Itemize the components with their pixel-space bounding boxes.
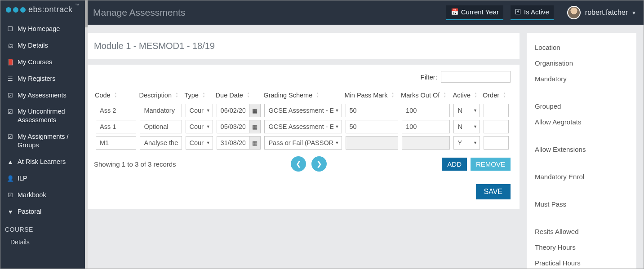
right-panel-item[interactable]: Practical Hours bbox=[535, 256, 628, 269]
sidebar-item-9[interactable]: ☑Markbook bbox=[0, 187, 85, 203]
cell-select[interactable] bbox=[264, 136, 342, 150]
sidebar-item-8[interactable]: 👤ILP bbox=[0, 170, 85, 187]
calendar-icon[interactable]: ▦ bbox=[249, 104, 261, 117]
avatar bbox=[567, 6, 581, 19]
right-panel-item[interactable]: Location bbox=[535, 41, 628, 54]
right-panel-item[interactable]: Must Pass bbox=[535, 198, 628, 211]
brand-name: ebs:ontrack™ bbox=[28, 5, 73, 14]
column-header[interactable]: Code bbox=[94, 89, 138, 102]
sidebar-item-label: Markbook bbox=[18, 191, 46, 199]
key-icon: ⚿ bbox=[515, 8, 521, 15]
nav-icon: ♥ bbox=[7, 208, 14, 216]
calendar-icon: 📅 bbox=[451, 8, 458, 15]
add-button[interactable]: ADD bbox=[442, 158, 467, 171]
save-button[interactable]: SAVE bbox=[476, 184, 511, 199]
cell-input[interactable] bbox=[402, 104, 450, 117]
sidebar-item-label: My Courses bbox=[18, 58, 52, 66]
cell-select[interactable] bbox=[453, 120, 480, 133]
sidebar-item-1[interactable]: 🗂My Details bbox=[0, 37, 85, 54]
sidebar-item-3[interactable]: ☰My Registers bbox=[0, 71, 85, 87]
module-header-panel: Module 1 - MESMOD1 - 18/19 bbox=[85, 33, 520, 59]
sidebar-item-label: At Risk Learners bbox=[18, 158, 66, 166]
right-panel-item[interactable]: Mandatory bbox=[535, 72, 628, 85]
nav-icon: ☑ bbox=[7, 108, 14, 116]
table-row: ▦ bbox=[94, 135, 511, 151]
sort-icon bbox=[443, 92, 447, 98]
right-panel-item[interactable]: Grouped bbox=[535, 100, 628, 113]
calendar-icon[interactable]: ▦ bbox=[249, 120, 261, 133]
pager-next-button[interactable]: ❯ bbox=[311, 156, 327, 172]
column-header[interactable]: Description bbox=[138, 89, 183, 102]
sidebar-item-0[interactable]: ❒My Homepage bbox=[0, 21, 85, 37]
nav-icon: 📕 bbox=[7, 59, 14, 66]
sidebar-item-2[interactable]: 📕My Courses bbox=[0, 54, 85, 71]
right-panel-item[interactable]: Mandatory Enrol bbox=[535, 170, 628, 183]
pager-prev-button[interactable]: ❮ bbox=[291, 156, 306, 172]
date-input[interactable] bbox=[217, 104, 249, 117]
sidebar-sub-item[interactable]: Details bbox=[0, 236, 85, 248]
cell-input[interactable] bbox=[484, 136, 509, 150]
cell-select[interactable] bbox=[186, 136, 213, 150]
column-header[interactable]: Grading Scheme bbox=[262, 89, 343, 102]
cell-select[interactable] bbox=[264, 104, 342, 117]
column-header[interactable]: Min Pass Mark bbox=[344, 89, 400, 102]
chevron-down-icon: ▾ bbox=[632, 9, 635, 16]
filter-input[interactable] bbox=[441, 71, 511, 83]
assessments-panel: Filter: CodeDescriptionTypeDue DateGradi… bbox=[85, 65, 520, 209]
cell-input[interactable] bbox=[96, 120, 136, 133]
current-year-pill[interactable]: 📅Current Year bbox=[446, 5, 503, 20]
remove-button[interactable]: REMOVE bbox=[471, 158, 511, 171]
column-header[interactable]: Order bbox=[482, 89, 511, 102]
user-menu[interactable]: robert.fatcher ▾ bbox=[567, 6, 635, 19]
right-panel-item[interactable]: Theory Hours bbox=[535, 241, 628, 254]
cell-select[interactable] bbox=[186, 104, 213, 117]
right-panel-item[interactable]: Organisation bbox=[535, 57, 628, 70]
username: robert.fatcher bbox=[585, 9, 628, 17]
column-header[interactable]: Due Date bbox=[215, 89, 263, 102]
assessments-table: CodeDescriptionTypeDue DateGrading Schem… bbox=[94, 89, 511, 151]
cell-select[interactable] bbox=[186, 120, 213, 133]
cell-select[interactable] bbox=[264, 120, 342, 133]
cell-input[interactable] bbox=[484, 104, 509, 117]
cell-input[interactable] bbox=[96, 136, 136, 150]
cell-select[interactable] bbox=[453, 136, 480, 150]
cell-input[interactable] bbox=[346, 104, 399, 117]
sidebar-item-label: My Unconfirmed Assessments bbox=[18, 107, 79, 124]
cell-input bbox=[402, 136, 450, 150]
sidebar-item-10[interactable]: ♥Pastoral bbox=[0, 203, 85, 220]
table-row: ▦ bbox=[94, 119, 511, 135]
sidebar-scrollbar[interactable] bbox=[85, 0, 88, 269]
cell-input[interactable] bbox=[140, 120, 182, 133]
records-info: Showing 1 to 3 of 3 records bbox=[94, 160, 176, 168]
nav-icon: 🗂 bbox=[7, 42, 14, 50]
cell-input[interactable] bbox=[140, 104, 182, 117]
right-panel-item[interactable]: Resits Allowed bbox=[535, 225, 628, 238]
sidebar-item-6[interactable]: ☑My Assignments / Groups bbox=[0, 128, 85, 154]
date-input[interactable] bbox=[217, 120, 249, 133]
sidebar-item-label: My Assessments bbox=[18, 91, 67, 100]
sidebar-item-label: My Registers bbox=[18, 75, 56, 83]
cell-input[interactable] bbox=[140, 136, 182, 150]
cell-input[interactable] bbox=[402, 120, 450, 133]
right-panel-item[interactable]: Allow Aegrotats bbox=[535, 115, 628, 128]
cell-select[interactable] bbox=[453, 104, 480, 117]
date-input[interactable] bbox=[217, 136, 249, 150]
sidebar-item-7[interactable]: ▲At Risk Learners bbox=[0, 154, 85, 170]
nav-icon: ☑ bbox=[7, 192, 14, 199]
calendar-icon[interactable]: ▦ bbox=[249, 136, 261, 150]
sort-icon bbox=[503, 92, 506, 98]
sidebar-item-label: My Assignments / Groups bbox=[18, 132, 79, 150]
sidebar-item-label: My Homepage bbox=[18, 25, 60, 33]
column-header[interactable]: Active bbox=[452, 89, 481, 102]
sidebar-item-5[interactable]: ☑My Unconfirmed Assessments bbox=[0, 103, 85, 128]
cell-input[interactable] bbox=[484, 120, 509, 133]
cell-input[interactable] bbox=[96, 104, 136, 117]
right-panel-item[interactable]: Allow Extensions bbox=[535, 143, 628, 156]
topbar: Manage Assessments 📅Current Year ⚿Is Act… bbox=[85, 0, 644, 25]
column-header[interactable]: Marks Out Of bbox=[400, 89, 452, 102]
is-active-pill[interactable]: ⚿Is Active bbox=[511, 5, 554, 20]
cell-input[interactable] bbox=[346, 120, 399, 133]
sidebar-nav: ❒My Homepage🗂My Details📕My Courses☰My Re… bbox=[0, 18, 85, 253]
column-header[interactable]: Type bbox=[184, 89, 215, 102]
sidebar-item-4[interactable]: ☑My Assessments bbox=[0, 87, 85, 104]
